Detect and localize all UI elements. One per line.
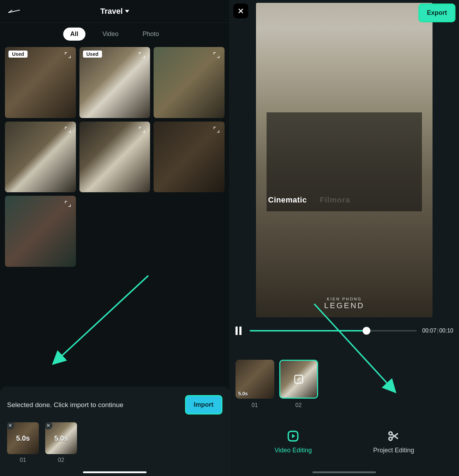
overlay-text-cinematic: Cinematic — [268, 195, 307, 205]
editor-preview-pane: Export Cinematic Filmora KIEN PHONG LEGE… — [230, 0, 459, 476]
edit-icon — [293, 374, 304, 384]
pause-icon[interactable] — [236, 327, 244, 335]
clip-index-label: 01 — [20, 457, 26, 463]
scissors-icon — [387, 430, 400, 442]
expand-icon[interactable] — [64, 51, 72, 59]
video-editing-button[interactable]: Video Editing — [274, 430, 312, 454]
clip-index-label: 02 — [58, 457, 64, 463]
expand-icon[interactable] — [64, 200, 72, 208]
time-display: 00:07|00:10 — [422, 328, 453, 334]
media-picker-pane: Travel All Video Photo Used Used — [0, 0, 230, 476]
timeline-clips: 5.0s 01 02 — [230, 335, 459, 416]
selection-hint: Selected done. Click import to continue — [7, 401, 124, 409]
media-type-tabs: All Video Photo — [0, 23, 230, 47]
album-dropdown[interactable]: Travel — [100, 7, 129, 16]
clip-duration: 5.0s — [7, 422, 39, 454]
selection-panel: Selected done. Click import to continue … — [0, 387, 230, 476]
clip-duration: 5.0s — [238, 391, 248, 396]
playback-controls: 00:07|00:10 — [230, 320, 459, 335]
media-thumb[interactable]: Used — [5, 47, 76, 118]
selected-clip[interactable]: ✕ 5.0s 02 — [45, 422, 77, 463]
project-editing-button[interactable]: Project Editing — [373, 430, 414, 454]
timeline-clip[interactable]: 02 — [279, 360, 318, 409]
media-thumb[interactable] — [5, 122, 76, 193]
picker-header: Travel — [0, 0, 230, 23]
back-button[interactable] — [7, 8, 21, 15]
media-grid: Used Used — [0, 47, 230, 267]
selected-clip[interactable]: ✕ 5.0s 01 — [7, 422, 39, 463]
media-thumb[interactable]: Used — [79, 47, 150, 118]
tab-all[interactable]: All — [63, 28, 85, 41]
tab-video[interactable]: Video — [95, 28, 126, 41]
expand-icon[interactable] — [138, 51, 146, 59]
expand-icon[interactable] — [213, 51, 220, 59]
export-button[interactable]: Export — [418, 4, 455, 22]
overlay-text-filmora: Filmora — [320, 195, 350, 205]
import-button[interactable]: Import — [185, 395, 222, 415]
media-thumb[interactable] — [5, 196, 76, 267]
used-badge: Used — [8, 51, 28, 58]
timeline-clip[interactable]: 5.0s 01 — [236, 360, 274, 409]
tab-photo[interactable]: Photo — [136, 28, 166, 41]
clip-index-label: 01 — [252, 402, 258, 409]
scrubber-knob[interactable] — [363, 327, 370, 335]
selected-clips-row: ✕ 5.0s 01 ✕ 5.0s 02 — [7, 422, 222, 463]
expand-icon[interactable] — [213, 126, 220, 134]
clip-index-label: 02 — [296, 402, 302, 409]
video-preview[interactable]: Cinematic Filmora KIEN PHONG LEGEND — [256, 3, 433, 317]
expand-icon[interactable] — [64, 126, 72, 134]
clip-duration: 5.0s — [45, 422, 77, 454]
chevron-down-icon — [125, 10, 129, 13]
scrubber[interactable] — [250, 330, 417, 331]
home-indicator — [312, 471, 376, 473]
used-badge: Used — [83, 51, 102, 58]
expand-icon[interactable] — [138, 126, 146, 134]
media-thumb[interactable] — [79, 122, 150, 193]
play-box-icon — [287, 430, 299, 442]
media-thumb[interactable] — [154, 47, 225, 118]
watermark: KIEN PHONG LEGEND — [324, 297, 364, 310]
album-title: Travel — [100, 7, 123, 16]
home-indicator — [83, 471, 147, 473]
editor-mode-actions: Video Editing Project Editing — [230, 416, 459, 475]
close-button[interactable] — [233, 4, 248, 18]
media-thumb[interactable] — [154, 122, 225, 193]
